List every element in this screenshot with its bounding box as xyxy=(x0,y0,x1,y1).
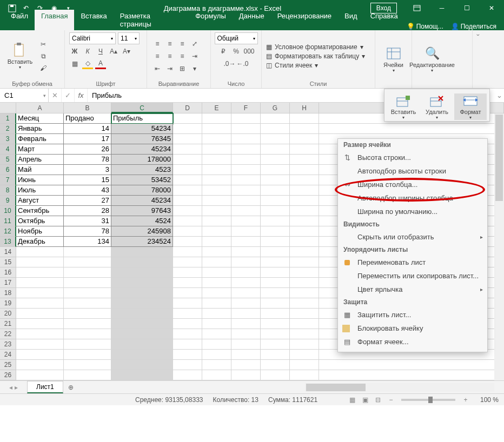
cell[interactable]: Июль xyxy=(16,185,64,196)
cell[interactable] xyxy=(64,370,111,380)
cell[interactable]: Продано xyxy=(64,113,111,124)
percent-icon[interactable]: % xyxy=(231,46,242,57)
cell[interactable] xyxy=(202,298,231,309)
cell[interactable] xyxy=(290,124,319,134)
decrease-font-icon[interactable]: A▾ xyxy=(121,46,132,57)
cell[interactable] xyxy=(64,309,111,319)
decrease-decimal-icon[interactable]: ←.0 xyxy=(237,58,248,69)
cell[interactable]: 245908 xyxy=(111,226,173,237)
enter-icon[interactable]: ✓ xyxy=(62,89,75,102)
conditional-formatting[interactable]: ▦Условное форматирование ▾ xyxy=(266,43,365,51)
cell[interactable] xyxy=(111,350,173,360)
cell[interactable]: 76345 xyxy=(111,134,173,144)
cell[interactable] xyxy=(290,196,319,206)
cell[interactable] xyxy=(290,370,319,380)
page-break-icon[interactable]: ⊟ xyxy=(372,395,384,405)
cell[interactable]: Октябрь xyxy=(16,216,64,226)
cell[interactable] xyxy=(64,360,111,370)
cell[interactable] xyxy=(173,196,202,206)
menu-column-width[interactable]: ⇔Ширина столбца... xyxy=(338,178,487,191)
cell[interactable] xyxy=(261,175,290,185)
cell[interactable] xyxy=(290,309,319,319)
cell[interactable] xyxy=(16,329,64,339)
cell[interactable] xyxy=(16,309,64,319)
cell[interactable] xyxy=(173,206,202,216)
cell[interactable] xyxy=(290,267,319,278)
cell[interactable] xyxy=(231,329,261,339)
menu-default-width[interactable]: Ширина по умолчанию... xyxy=(338,205,487,218)
editing-button[interactable]: 🔍 Редактирование▾ xyxy=(416,45,448,73)
comma-icon[interactable]: 000 xyxy=(244,46,255,57)
cell[interactable] xyxy=(16,267,64,278)
cell[interactable] xyxy=(16,288,64,298)
italic-button[interactable]: К xyxy=(82,46,93,57)
cell[interactable] xyxy=(231,267,261,278)
cell[interactable]: 4524 xyxy=(111,216,173,226)
cell[interactable] xyxy=(173,247,202,257)
cell[interactable] xyxy=(173,226,202,237)
cell[interactable] xyxy=(231,216,261,226)
cell[interactable]: Май xyxy=(16,165,64,175)
cell[interactable] xyxy=(231,257,261,267)
cell[interactable] xyxy=(290,185,319,196)
cell[interactable] xyxy=(231,165,261,175)
cell[interactable] xyxy=(261,350,290,360)
cell[interactable] xyxy=(261,226,290,237)
cell[interactable] xyxy=(290,350,319,360)
row-header[interactable]: 4 xyxy=(0,144,16,155)
vertical-scrollbar[interactable] xyxy=(494,113,504,380)
row-header[interactable]: 22 xyxy=(0,329,16,339)
cell[interactable] xyxy=(202,144,231,155)
cell[interactable] xyxy=(173,175,202,185)
row-header[interactable]: 18 xyxy=(0,288,16,298)
cell[interactable]: 4523 xyxy=(111,165,173,175)
ribbon-tab-4[interactable]: Формулы xyxy=(189,10,233,30)
cell[interactable] xyxy=(202,370,231,380)
ribbon-tab-1[interactable]: Главная xyxy=(35,10,74,30)
cell[interactable] xyxy=(64,247,111,257)
cell[interactable] xyxy=(173,113,202,124)
cell[interactable] xyxy=(261,196,290,206)
cell[interactable] xyxy=(231,278,261,288)
ribbon-tab-2[interactable]: Вставка xyxy=(74,10,113,30)
cell[interactable] xyxy=(173,144,202,155)
increase-decimal-icon[interactable]: .0→ xyxy=(224,58,235,69)
cell[interactable] xyxy=(261,267,290,278)
row-header[interactable]: 19 xyxy=(0,298,16,309)
col-header-C[interactable]: C xyxy=(111,103,173,113)
cell[interactable] xyxy=(231,288,261,298)
cell[interactable] xyxy=(202,206,231,216)
cell[interactable] xyxy=(202,237,231,247)
cell[interactable] xyxy=(202,350,231,360)
zoom-level[interactable]: 100 % xyxy=(473,396,499,404)
cell[interactable] xyxy=(173,216,202,226)
col-header-G[interactable]: G xyxy=(261,103,290,113)
cell[interactable]: 17 xyxy=(64,134,111,144)
cell[interactable] xyxy=(173,288,202,298)
cell[interactable]: 78 xyxy=(64,155,111,165)
row-header[interactable]: 3 xyxy=(0,134,16,144)
cell[interactable] xyxy=(231,113,261,124)
cell[interactable]: 53452 xyxy=(111,175,173,185)
row-header[interactable]: 24 xyxy=(0,350,16,360)
cell[interactable] xyxy=(173,237,202,247)
ribbon-tab-0[interactable]: Файл xyxy=(4,10,35,30)
ribbon-tab-6[interactable]: Рецензирование xyxy=(271,10,338,30)
cell[interactable] xyxy=(111,247,173,257)
cell[interactable] xyxy=(16,247,64,257)
cell[interactable] xyxy=(231,206,261,216)
zoom-out-icon[interactable]: − xyxy=(385,395,397,405)
cell[interactable]: 78000 xyxy=(111,185,173,196)
col-header-A[interactable]: A xyxy=(16,103,64,113)
cells-button[interactable]: Ячейки▾ xyxy=(380,45,407,73)
cell[interactable] xyxy=(64,267,111,278)
cell[interactable] xyxy=(231,319,261,329)
currency-icon[interactable]: ₽ xyxy=(218,46,229,57)
cell[interactable] xyxy=(111,339,173,350)
cell[interactable] xyxy=(16,339,64,350)
cell[interactable]: 78 xyxy=(64,226,111,237)
cell[interactable] xyxy=(202,134,231,144)
cell[interactable] xyxy=(173,360,202,370)
cell[interactable] xyxy=(290,144,319,155)
row-header[interactable]: 13 xyxy=(0,237,16,247)
